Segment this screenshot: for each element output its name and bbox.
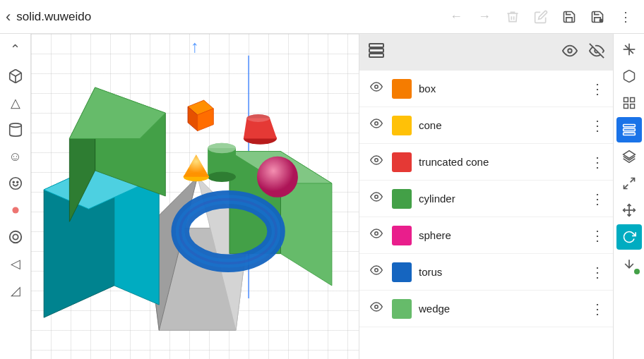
color-truncated-cone — [392, 152, 412, 172]
svg-point-8 — [13, 234, 18, 239]
arrow-left-tool[interactable]: ◁ — [3, 251, 28, 276]
label-truncated-cone: truncated cone — [419, 156, 583, 168]
color-cone — [392, 116, 412, 135]
svg-rect-60 — [623, 125, 635, 127]
back-button[interactable]: ‹ — [6, 8, 11, 26]
svg-rect-43 — [369, 54, 383, 57]
svg-rect-61 — [623, 128, 635, 130]
dot-tool[interactable] — [3, 197, 28, 223]
ring-tool[interactable] — [3, 224, 28, 250]
label-wedge: wedge — [419, 303, 583, 315]
svg-line-65 — [624, 185, 628, 189]
svg-rect-57 — [630, 98, 634, 102]
svg-point-4 — [13, 181, 14, 183]
eye-icon-torus[interactable] — [368, 264, 385, 280]
svg-marker-36 — [184, 154, 209, 177]
svg-point-37 — [257, 157, 298, 197]
face-tool[interactable]: ☺ — [3, 144, 28, 169]
move-button[interactable] — [616, 197, 642, 223]
delete-button[interactable] — [500, 4, 525, 30]
header: ‹ solid.wuweido ← → — [0, 0, 644, 34]
cube-tool[interactable] — [3, 63, 28, 89]
svg-point-5 — [16, 181, 18, 183]
svg-rect-62 — [623, 133, 635, 135]
layer-item-sphere[interactable]: sphere ⋮ — [359, 217, 613, 254]
layer-item-truncated-cone[interactable]: truncated cone ⋮ — [359, 144, 613, 181]
save-button[interactable] — [556, 4, 582, 30]
layer-item-torus[interactable]: torus ⋮ — [359, 254, 613, 291]
more-truncated-cone[interactable]: ⋮ — [590, 154, 604, 171]
more-cone[interactable]: ⋮ — [590, 117, 604, 134]
svg-point-48 — [375, 159, 378, 162]
undo-button[interactable]: ← — [443, 4, 469, 30]
layer-item-wedge[interactable]: wedge ⋮ — [359, 291, 613, 327]
svg-point-3 — [9, 178, 21, 190]
color-wedge — [392, 299, 412, 319]
eye-icon-box[interactable] — [368, 80, 385, 97]
layers-panel: box ⋮ cone ⋮ truncated cone ⋮ — [359, 34, 613, 359]
label-cylinder: cylinder — [419, 193, 583, 205]
collapse-up-button[interactable]: ⌃ — [3, 37, 28, 62]
more-torus[interactable]: ⋮ — [590, 264, 604, 281]
svg-rect-42 — [369, 49, 383, 52]
cylinder-tool[interactable] — [3, 117, 28, 142]
svg-point-52 — [375, 305, 378, 309]
more-button[interactable]: ⋮ — [613, 4, 638, 30]
face2-tool[interactable] — [3, 171, 28, 196]
cone-tool[interactable]: △ — [3, 90, 28, 116]
layer-item-cone[interactable]: cone ⋮ — [359, 107, 613, 144]
svg-point-44 — [568, 49, 572, 53]
eye-icon-wedge[interactable] — [368, 300, 385, 317]
svg-point-46 — [375, 85, 378, 89]
svg-point-32 — [208, 172, 236, 183]
expand-button[interactable] — [616, 171, 642, 196]
svg-point-47 — [375, 122, 378, 126]
eye-icon-truncated-cone[interactable] — [368, 154, 385, 170]
svg-point-7 — [9, 231, 21, 243]
svg-point-0 — [600, 18, 603, 22]
scene-svg — [31, 34, 359, 359]
eye-icon-sphere[interactable] — [368, 227, 385, 243]
label-box: box — [419, 83, 583, 95]
color-box — [392, 79, 412, 99]
more-box[interactable]: ⋮ — [590, 80, 604, 97]
color-cylinder — [392, 189, 412, 209]
eye-icon-cylinder[interactable] — [368, 190, 385, 207]
canvas-area[interactable]: ↑ — [31, 34, 359, 359]
grid-button[interactable] — [616, 90, 642, 116]
svg-point-33 — [208, 143, 236, 154]
layer-item-cylinder[interactable]: cylinder ⋮ — [359, 181, 613, 217]
panel-header-icon — [368, 42, 385, 63]
panel-list: box ⋮ cone ⋮ truncated cone ⋮ — [359, 71, 613, 359]
more-wedge[interactable]: ⋮ — [590, 300, 604, 317]
panel-header — [359, 34, 613, 71]
arrow-down-button[interactable] — [616, 251, 642, 276]
more-sphere[interactable]: ⋮ — [590, 227, 604, 244]
svg-point-2 — [9, 123, 21, 128]
layers-active-button[interactable] — [616, 117, 642, 142]
layers2-button[interactable] — [616, 144, 642, 169]
svg-rect-41 — [369, 44, 383, 47]
layer-item-box[interactable]: box ⋮ — [359, 71, 613, 107]
color-torus — [392, 262, 412, 282]
panel-eye-open-icon[interactable] — [562, 43, 578, 62]
svg-point-6 — [12, 207, 18, 213]
more-cylinder[interactable]: ⋮ — [590, 190, 604, 207]
label-torus: torus — [419, 266, 583, 278]
svg-point-51 — [375, 269, 378, 272]
edit-button[interactable] — [528, 4, 554, 30]
panel-eye-closed-icon[interactable] — [589, 43, 604, 62]
axes-button[interactable] — [616, 37, 642, 62]
svg-line-64 — [630, 178, 634, 183]
save-alt-button[interactable] — [585, 4, 610, 30]
view3d-button[interactable] — [616, 63, 642, 89]
rotate-button[interactable] — [616, 224, 642, 250]
right-toolbar — [613, 34, 644, 359]
main: ⌃ △ ☺ ◁ ◿ — [0, 34, 644, 359]
arrow-down-left-tool[interactable]: ◿ — [3, 278, 28, 303]
svg-point-49 — [375, 195, 378, 199]
eye-icon-cone[interactable] — [368, 117, 385, 133]
redo-button[interactable]: → — [472, 4, 497, 30]
header-actions: ← → ⋮ — [443, 4, 638, 30]
svg-point-50 — [375, 232, 378, 236]
